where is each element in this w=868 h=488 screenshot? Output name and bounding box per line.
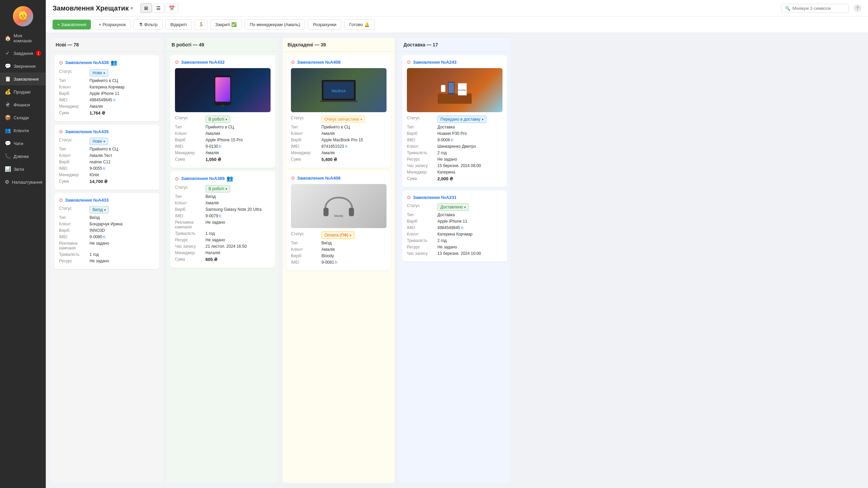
orders-icon: 📋 [5, 76, 11, 82]
type-label: Тип [59, 215, 90, 220]
sidebar-item-clients[interactable]: 👥 Клієнти [0, 124, 46, 137]
sidebar-item-orders[interactable]: 📋 Замовлення [0, 73, 46, 85]
resource-label: Ресурс [175, 238, 205, 242]
status-label: Статус [59, 206, 90, 211]
type-label: Тип [291, 241, 321, 245]
amount-label: Сума [291, 157, 321, 162]
view-table-button[interactable]: ☰ [153, 3, 164, 13]
status-badge-A231[interactable]: Доставлено ▾ [437, 203, 469, 211]
order-icon-A231: ⊙ [407, 195, 411, 200]
card-title-A243[interactable]: Замовлення №A243 [413, 60, 456, 65]
sidebar-item-settings[interactable]: ⚙ Налаштування [0, 176, 46, 188]
copy-imei-icon-A243[interactable]: ⎘ [451, 138, 453, 142]
card-title-A432[interactable]: Замовлення №A432 [181, 60, 224, 65]
client-label: Клієнт [291, 247, 321, 252]
duration-label: Тривалість [175, 231, 205, 236]
by-manager-button[interactable]: По менеджерам (Амаль) [244, 19, 305, 30]
copy-imei-icon-A406[interactable]: ⎘ [335, 260, 337, 264]
card-type-A243: Доставка [437, 125, 455, 129]
status-badge-A439[interactable]: Нове ▾ [90, 69, 108, 77]
sidebar-item-sales[interactable]: 💰 Продажі [0, 85, 46, 98]
card-title-A408[interactable]: Замовлення №A408 [297, 60, 340, 65]
runner-icon-button[interactable]: 🏃 [195, 19, 208, 30]
sidebar-item-label: Моя компанія [14, 33, 41, 43]
sidebar-item-finance[interactable]: ₴ Фінанси [0, 98, 46, 111]
help-button[interactable]: ? [854, 4, 861, 12]
status-badge-A435[interactable]: Нове ▾ [90, 138, 108, 145]
card-duration-A231: 2 год [437, 238, 447, 243]
type-label: Тип [175, 125, 205, 129]
card-title-A433[interactable]: Замовлення №A433 [65, 198, 108, 203]
imei-label: IMEI [59, 235, 90, 239]
card-client-A231: Катерина Корчмар [437, 232, 472, 237]
status-badge-A243[interactable]: Передано в доставку ▾ [437, 116, 487, 123]
card-manager-A408: Амалія [321, 150, 335, 155]
card-client-A439: Катерина Корчмар [90, 85, 124, 89]
order-icon: ⊙ [59, 60, 63, 65]
manager-label: Менеджер [291, 150, 321, 155]
filter-button[interactable]: ⚗ Фільтр [134, 19, 162, 30]
status-badge-A406[interactable]: Оплата (ПФ) ▾ [321, 231, 354, 239]
view-kanban-button[interactable]: ⊞ [140, 3, 152, 13]
sidebar-item-tasks[interactable]: ✓ Завдання 1 [0, 47, 46, 60]
title-chevron-icon[interactable]: ▾ [131, 5, 133, 11]
ad-campaign-label: Рекламна кампанія [175, 220, 205, 229]
card-title-A406[interactable]: Замовлення №A406 [297, 176, 340, 181]
ready-button[interactable]: Готово 🔔 [344, 19, 375, 30]
copy-imei-icon-A231[interactable]: ⎘ [461, 226, 463, 230]
sidebar-item-warehouse[interactable]: 📦 Склади [0, 111, 46, 124]
sidebar-item-chats[interactable]: 💬 Чати [0, 137, 46, 150]
search-bar[interactable]: 🔍 [781, 4, 849, 13]
closed-button[interactable]: Закриті ✅ [210, 19, 242, 30]
card-title-A435[interactable]: Замовлення №A435 [65, 129, 108, 134]
manager-label: Менеджер [407, 170, 437, 175]
sidebar-item-company[interactable]: 🏠 Моя компанія [0, 30, 46, 47]
card-product-A439: Apple iPhone 11 [90, 91, 119, 96]
card-title-A389[interactable]: Замовлення №A389 [181, 176, 224, 181]
view-calendar-button[interactable]: 📅 [165, 3, 178, 13]
sidebar-item-label: Чати [14, 141, 23, 146]
card-type-A435: Прийнято в СЦ [90, 147, 118, 151]
open-button[interactable]: Відкриті [165, 19, 192, 30]
kanban-board: Нові — 78 ⊙ Замовлення №A439 👥 Статус Но… [46, 33, 868, 488]
add-order-button[interactable]: + Замовлення [53, 20, 91, 29]
status-badge-A408[interactable]: Очікує запчастини ▾ [321, 116, 365, 123]
card-type-A408: Прийнято в СЦ [321, 125, 350, 129]
card-title-A439[interactable]: Замовлення №A439 [65, 60, 108, 65]
column-new: Нові — 78 ⊙ Замовлення №A439 👥 Статус Но… [51, 38, 163, 483]
add-payment-button[interactable]: + Розрахунок [94, 19, 131, 30]
card-image-A406: bloody [291, 184, 387, 228]
card-title-A231[interactable]: Замовлення №A231 [413, 195, 456, 200]
status-badge-A432[interactable]: В роботі ▾ [205, 116, 230, 123]
payments-button[interactable]: Розрахунки [308, 19, 341, 30]
card-ad-A433: Не задано [90, 241, 109, 246]
copy-imei-icon-A435[interactable]: ⎘ [103, 166, 105, 170]
sidebar-item-appeals[interactable]: 💬 Звернення [0, 60, 46, 73]
resource-label: Ресурс [407, 157, 437, 162]
svg-rect-7 [320, 100, 357, 102]
imei-label: IMEI [175, 214, 205, 218]
copy-imei-icon-A433[interactable]: ⎘ [103, 235, 105, 239]
card-amount-A243: 2,000 ₴ [437, 176, 453, 181]
card-resource-A433: Не задано [90, 259, 109, 263]
svg-rect-9 [323, 208, 329, 216]
search-input[interactable] [792, 6, 843, 11]
copy-imei-icon-A432[interactable]: ⎘ [219, 144, 221, 148]
card-product-A433: INNO3D [90, 228, 105, 233]
sidebar-item-calls[interactable]: 📞 Дзвінки [0, 150, 46, 163]
copy-imei-icon-A408[interactable]: ⎘ [345, 144, 348, 148]
copy-imei-icon[interactable]: ⎘ [113, 98, 116, 102]
status-badge-A433[interactable]: Виїзд ▾ [90, 206, 109, 214]
main-area: Замовлення Хрещатик ▾ ⊞ ☰ 📅 🔍 ? + Замовл… [46, 0, 868, 488]
type-label: Тип [175, 194, 205, 199]
client-label: Клієнт [59, 85, 90, 89]
sidebar-item-reports[interactable]: 📊 Звіти [0, 163, 46, 176]
card-client-A408: Амалія [321, 131, 335, 136]
status-badge-A389[interactable]: В роботі ▾ [205, 185, 230, 192]
card-product-A231: Apple iPhone 11 [437, 219, 467, 224]
client-label: Клієнт [175, 201, 205, 205]
copy-imei-icon-A389[interactable]: ⎘ [219, 214, 221, 218]
sidebar-item-label: Налаштування [12, 180, 42, 185]
avatar[interactable]: 👱 [13, 6, 33, 26]
reports-icon: 📊 [5, 166, 11, 172]
